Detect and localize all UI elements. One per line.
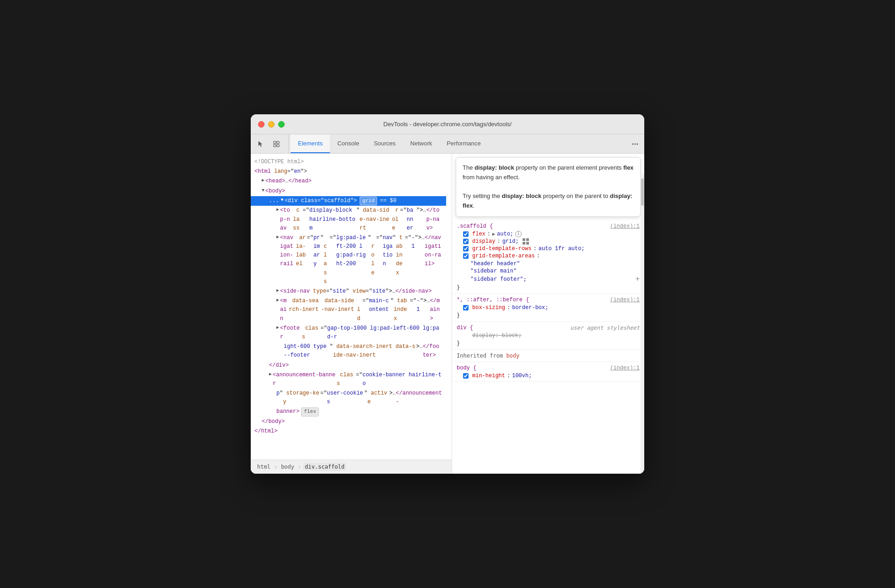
svg-rect-2 [274,144,276,147]
tree-footer[interactable]: ▶ <footer class="gap-top-1000 lg:pad-lef… [251,324,446,342]
css-inherited-from: body [506,353,519,359]
css-source-user-agent: user agent stylesheet [570,325,640,331]
traffic-lights [258,121,285,128]
css-grid-area-value-3: "sidebar footer"; + [452,274,644,283]
css-rule-close-div: } [452,339,644,347]
css-grid-area-value-2: "sidebar main" [452,267,644,274]
tree-banner-close[interactable]: banner> flex [251,407,446,417]
css-box-sizing-checkbox[interactable] [463,305,469,310]
css-selector-body: body { (index):1 [452,364,644,372]
css-rule-universal: *, ::after, ::before { (index):1 box-siz… [452,294,644,322]
html-tree[interactable]: <!DOCTYPE html> <html lang="en"> ▶ <head… [251,154,452,460]
tree-body-close[interactable]: </body> [251,417,446,427]
css-prop-name-min-height: min-height [472,373,505,379]
tree-banner-cont[interactable]: p" storage-key="user-cookies" active>…</… [251,389,446,407]
close-button[interactable] [258,121,264,128]
cursor-icon[interactable] [254,138,267,150]
css-selector-text-universal: *, ::after, ::before { [457,297,529,303]
css-prop-min-height[interactable]: min-height : 100vh; [452,372,644,380]
css-expand-arrow[interactable]: ▶ [492,231,495,237]
css-prop-box-sizing[interactable]: box-sizing : border-box; [452,304,644,311]
css-prop-value-box-sizing: border-box; [512,305,548,311]
inspect-icon[interactable] [270,138,283,150]
css-prop-name-display: display [472,238,495,245]
css-rule-div: div { user agent stylesheet display: blo… [452,322,644,350]
right-scrollbar[interactable] [641,174,644,474]
css-flex-checkbox[interactable] [463,231,469,237]
css-inherited-label: Inherited from body [452,350,644,362]
tree-html[interactable]: <html lang="en"> [251,167,446,176]
css-selector-scaffold: .scaffold { (index):1 [452,222,644,230]
tooltip-paragraph-2: Try setting the display: block property … [463,192,634,211]
css-selector-div: div { user agent stylesheet [452,324,644,332]
css-rules-panel[interactable]: .scaffold { (index):1 flex : ▶ auto; i [452,220,644,474]
more-tabs-button[interactable] [628,134,642,153]
css-prop-value-display: grid; [502,238,519,245]
svg-rect-3 [277,144,279,147]
grid-layout-icon[interactable] [523,238,529,245]
css-prop-display-block: display: block; [452,332,644,339]
minimize-button[interactable] [268,121,275,128]
info-icon[interactable]: i [515,231,522,237]
css-prop-grid-areas[interactable]: grid-template-areas : [452,252,644,260]
tab-console[interactable]: Console [330,134,367,153]
tree-top-nav[interactable]: ▶ <top-nav class="display-block hairline… [251,206,446,233]
tabs-bar: Elements Console Sources Network Perform… [251,134,644,154]
devtools-panel: Elements Console Sources Network Perform… [251,134,644,474]
breadcrumb-div-scaffold[interactable]: div.scaffold [303,463,346,471]
css-display-checkbox[interactable] [463,239,469,244]
css-rule-scaffold: .scaffold { (index):1 flex : ▶ auto; i [452,220,644,294]
css-prop-name-grid-rows: grid-template-rows [472,246,532,252]
svg-rect-1 [277,141,279,144]
tree-main[interactable]: ▶ <main data-search-inert data-side-nav-… [251,296,446,324]
css-prop-flex[interactable]: flex : ▶ auto; i [452,230,644,238]
css-prop-name-flex: flex [472,231,485,237]
css-source-body[interactable]: (index):1 [610,365,640,371]
tree-doctype[interactable]: <!DOCTYPE html> [251,157,446,167]
css-rule-body: body { (index):1 min-height : 100vh; [452,362,644,382]
devtools-window: DevTools - developer.chrome.com/tags/dev… [251,114,644,474]
css-grid-area-value-1: "header header" [452,260,644,267]
css-prop-display[interactable]: display : grid; [452,238,644,245]
css-rule-close-scaffold: } [452,283,644,292]
css-prop-value-min-height: 100vh; [512,373,532,379]
add-property-button[interactable]: + [636,275,640,283]
maximize-button[interactable] [278,121,285,128]
css-selector-text: .scaffold { [457,223,493,230]
breadcrumb-bar: html › body › div.scaffold [251,460,452,474]
tree-div-close[interactable]: </div> [251,361,446,370]
tab-network[interactable]: Network [403,134,440,153]
tree-div-scaffold[interactable]: ... ▼ <div class="scaffold"> grid == $0 [251,196,446,206]
css-panel: The display: block property on the paren… [452,154,644,474]
css-prop-grid-rows[interactable]: grid-template-rows : auto 1fr auto; [452,245,644,252]
css-grid-areas-checkbox[interactable] [463,253,469,259]
css-selector-text-div: div { [457,325,473,331]
css-selector-universal: *, ::after, ::before { (index):1 [452,296,644,304]
tree-head[interactable]: ▶ <head>…</head> [251,176,446,186]
css-prop-name-box-sizing: box-sizing [472,305,505,311]
css-grid-rows-checkbox[interactable] [463,246,469,251]
tree-nav-rail[interactable]: ▶ <navigation-rail aria-label="primary" … [251,233,446,287]
scrollbar-thumb [641,178,644,206]
breadcrumb-body[interactable]: body [279,463,296,471]
tab-sources[interactable]: Sources [367,134,403,153]
tooltip-box: The display: block property on the paren… [456,157,641,217]
tab-elements[interactable]: Elements [291,134,330,153]
main-content: <!DOCTYPE html> <html lang="en"> ▶ <head… [251,154,644,474]
css-rule-close-universal: } [452,311,644,320]
breadcrumb-html[interactable]: html [255,463,272,471]
css-prop-display-block-text: display: block; [472,332,522,339]
css-source-universal[interactable]: (index):1 [610,297,640,303]
tree-body[interactable]: ▼ <body> [251,187,446,196]
css-source-scaffold[interactable]: (index):1 [610,223,640,230]
tree-banner[interactable]: ▶ <announcement-banner class="cookie-ban… [251,370,446,389]
tab-icon-group [254,134,289,153]
svg-rect-0 [274,141,276,144]
tooltip-paragraph-1: The display: block property on the paren… [463,163,634,182]
css-min-height-checkbox[interactable] [463,373,469,379]
tab-performance[interactable]: Performance [439,134,488,153]
tree-footer-cont[interactable]: ight-600 type--footer" data-search-inert… [251,342,446,360]
html-tree-panel: <!DOCTYPE html> <html lang="en"> ▶ <head… [251,154,452,474]
tree-html-close[interactable]: </html> [251,427,446,436]
tree-side-nav[interactable]: ▶ <side-nav type="site" view="site">…</s… [251,287,446,296]
